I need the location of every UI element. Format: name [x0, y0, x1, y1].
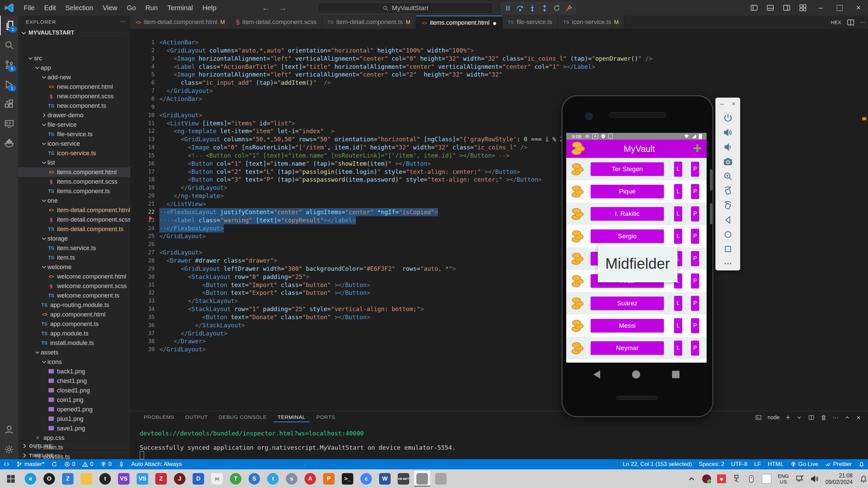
tray-chevron-up-icon[interactable] [687, 474, 696, 483]
notification-bell-icon[interactable] [859, 474, 868, 483]
code-line-21[interactable]: 21 </ListView> [130, 200, 868, 208]
close-button[interactable]: × [849, 0, 868, 16]
status-item-bell[interactable] [855, 459, 868, 469]
taskbar-app-visual-studio[interactable]: VS [116, 471, 132, 487]
project-root-row[interactable]: MYVAULTSTART [18, 28, 130, 38]
code-line-19[interactable]: 19 </GridLayout> [130, 184, 868, 192]
activity-settings[interactable] [0, 440, 18, 459]
menu-view[interactable]: View [98, 0, 122, 16]
coins-icon[interactable] [571, 162, 585, 177]
menu-selection[interactable]: Selection [61, 0, 98, 16]
menu-terminal[interactable]: Terminal [162, 0, 198, 16]
login-copy-button[interactable]: L [674, 206, 682, 221]
code-line-36[interactable]: 36 </StackLayout> [130, 321, 868, 329]
toggle-secondary-sidebar-icon[interactable] [783, 4, 791, 12]
login-copy-button[interactable]: L [674, 296, 682, 311]
clock[interactable]: 21:08 09/02/2024 [826, 472, 853, 485]
code-line-31[interactable]: 31 <Button text="Import" class="button" … [130, 281, 868, 289]
password-copy-button[interactable]: P [691, 184, 699, 199]
code-line-20[interactable]: 20 </ng-template> [130, 192, 868, 200]
antivirus-tray-icon[interactable] [702, 474, 711, 483]
network-tray-icon[interactable] [795, 474, 804, 483]
status-item-sync[interactable] [48, 459, 61, 469]
step-into-icon[interactable] [529, 4, 536, 12]
taskbar-app-terminal[interactable]: >_ [339, 471, 356, 487]
activity-accounts[interactable] [0, 420, 18, 440]
coins-icon[interactable] [571, 229, 585, 244]
code-line-3[interactable]: 3 <Image horizontalAlignment="left" vert… [130, 55, 868, 63]
emulator-more-button[interactable] [723, 259, 733, 268]
code-line-39[interactable]: 39</GridLayout> [130, 345, 868, 353]
status-item-go-live[interactable]: Go Live [787, 459, 822, 469]
taskbar-app-zotero[interactable]: Z [153, 471, 169, 487]
tree-item-app[interactable]: app [18, 63, 146, 73]
menu-help[interactable]: Help [198, 0, 221, 16]
code-line-37[interactable]: 37 </GridLayout> [130, 329, 868, 338]
usb-tray-icon[interactable] [732, 474, 741, 483]
taskbar-app-texmaker[interactable]: T [228, 471, 244, 487]
split-editor-icon[interactable] [847, 18, 855, 26]
item-name-button[interactable]: Neymar [591, 341, 664, 355]
password-copy-button[interactable]: P [691, 273, 699, 288]
panel-tab-output[interactable]: OUTPUT [181, 413, 212, 422]
app-tray-icon[interactable] [762, 474, 771, 484]
menu-run[interactable]: Run [141, 0, 163, 16]
split-terminal-icon[interactable] [808, 414, 814, 421]
emulator-back-button[interactable] [723, 215, 733, 225]
code-line-5[interactable]: 5 <Image horizontalAlignment="left" vert… [130, 70, 868, 79]
panel-tab-ports[interactable]: PORTS [312, 413, 339, 422]
taskbar-app-zoom-camera[interactable]: Z [60, 471, 76, 487]
code-line-35[interactable]: 35 <Button text="Donate" class="button" … [130, 313, 868, 321]
add-item-button[interactable]: + [693, 141, 702, 155]
command-center-search[interactable]: MyVaultStart [317, 2, 493, 14]
activity-docker[interactable] [0, 134, 18, 153]
item-name-button[interactable]: Piqué [591, 185, 664, 198]
code-line-25[interactable]: 25</GridLayout> [130, 232, 868, 240]
taskbar-app-obs[interactable]: O [41, 471, 57, 487]
code-line-38[interactable]: 38 </Drawer> [130, 337, 868, 345]
start-button[interactable] [3, 471, 19, 487]
password-copy-button[interactable]: P [691, 251, 699, 266]
mouse-tray-icon[interactable] [747, 474, 756, 483]
code-line-13[interactable]: 13 <GridLayout columns="50,*,50,50" rows… [130, 135, 868, 143]
status-item-remote[interactable] [0, 459, 13, 469]
dirty-dot[interactable]: ● [493, 21, 497, 25]
taskbar-app-telegram[interactable]: t [265, 471, 281, 487]
menu-go[interactable]: Go [122, 0, 141, 16]
activity-source-control[interactable]: 5 [0, 55, 18, 75]
step-out-icon[interactable] [541, 4, 548, 12]
taskbar-app-linux[interactable]: t [97, 471, 113, 487]
emulator-minimize-button[interactable]: – [720, 100, 724, 107]
activity-remote-explorer[interactable] [0, 114, 18, 134]
item-name-button[interactable]: Suárez [591, 297, 664, 310]
code-line-1[interactable]: 1<ActionBar> [130, 38, 868, 46]
taskbar-app-vbnet[interactable]: VB NET [395, 471, 412, 487]
code-editor[interactable]: 1<ActionBar>2 <GridLayout columns="auto,… [130, 29, 868, 411]
toggle-bottom-panel-icon[interactable] [766, 4, 774, 12]
taskbar-app-file-explorer[interactable] [78, 471, 95, 487]
login-copy-button[interactable]: L [674, 162, 682, 177]
code-line-33[interactable]: 33 </StackLayout> [130, 297, 868, 305]
explorer-more-icon[interactable]: ⋯ [120, 19, 125, 25]
login-copy-button[interactable]: L [674, 318, 682, 333]
code-line-16[interactable]: 16 <Button col="1" [text]="item.name" (t… [130, 160, 868, 168]
status-item-0[interactable]: 0 [79, 459, 97, 469]
android-back-button[interactable] [593, 370, 600, 379]
emulator-rotate-left-button[interactable] [723, 186, 733, 196]
taskbar-app-texstudio[interactable]: [X] [209, 471, 225, 487]
code-line-15[interactable]: 15 <!-- <Button col="1" [text]="item.nam… [130, 151, 868, 160]
code-line-4[interactable]: 4 <Label class="ActionBarTitle" [text]="… [130, 63, 868, 71]
taskbar-app-inactive-app[interactable] [433, 471, 449, 487]
code-line-29[interactable]: 29 <GridLayout leftDrawer width="300" ba… [130, 265, 868, 273]
code-line-12[interactable]: 12 <ng-template let-item="item" let-i="i… [130, 127, 868, 135]
terminal-link[interactable]: devtools://devtools/bundled/inspector.ht… [140, 430, 364, 437]
emulator-overview-button[interactable] [723, 244, 733, 254]
coins-icon[interactable] [571, 297, 585, 311]
status-item-spaces-2[interactable]: Spaces: 2 [695, 459, 728, 469]
taskbar-app-jabref[interactable]: J [172, 471, 188, 487]
code-line-2[interactable]: 2 <GridLayout columns="auto,*,auto" orie… [130, 46, 868, 55]
tab-icon-service.ts[interactable]: TSicon-service.tsM [558, 16, 624, 29]
taskbar-app-skype[interactable]: S [246, 471, 262, 487]
maximize-panel-icon[interactable] [844, 414, 850, 421]
code-line-22[interactable]: 22··<FlexboxLayout justifyContent="cente… [130, 208, 868, 216]
